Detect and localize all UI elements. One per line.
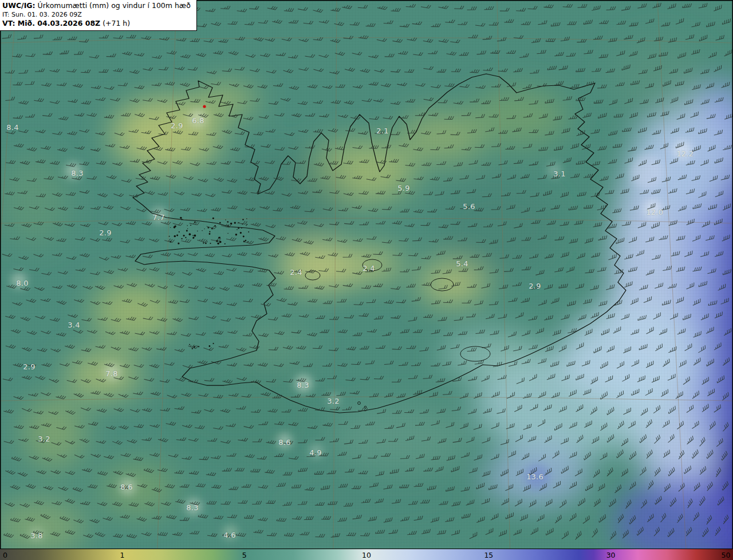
colorbar-tick: 15 [484, 551, 493, 559]
map-title: Úrkomumætti (mm) og vindur í 100m hæð [36, 1, 191, 10]
init-time-line: IT: Sun. 01. 03. 2026 09Z [2, 11, 191, 19]
colorbar-tick: 30 [606, 551, 616, 559]
weather-map-frame: 86.82.92.18.48.33.112.25.95.612.07.72.95… [0, 0, 733, 560]
model-name: UWC/IG: [2, 1, 36, 10]
map-info-box: UWC/IG: Úrkomumætti (mm) og vindur í 100… [0, 0, 197, 31]
colorbar-tick: 5 [242, 551, 247, 559]
map-canvas [0, 0, 733, 560]
station-marker [203, 105, 206, 108]
colorbar: 01510153050 [0, 549, 733, 560]
colorbar-tick: 1 [120, 551, 124, 559]
map-title-line: UWC/IG: Úrkomumætti (mm) og vindur í 100… [2, 1, 191, 11]
colorbar-tick: 10 [362, 551, 371, 559]
colorbar-tick: 50 [722, 551, 731, 559]
valid-time-offset: (+71 h) [100, 19, 130, 27]
valid-time: VT: Mið. 04.03.2026 08Z [2, 19, 100, 27]
colorbar-ticks: 01510153050 [0, 549, 733, 560]
colorbar-tick: 0 [3, 551, 7, 559]
valid-time-line: VT: Mið. 04.03.2026 08Z (+71 h) [2, 19, 191, 29]
